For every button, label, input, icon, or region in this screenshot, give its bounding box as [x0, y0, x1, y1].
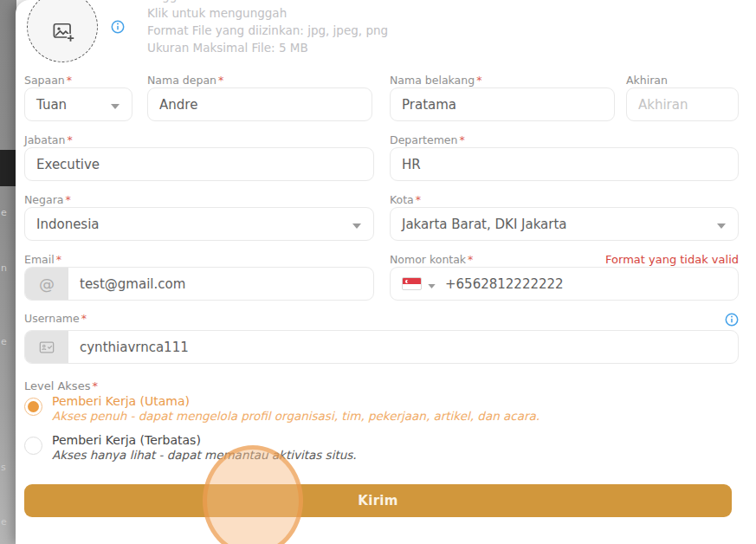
chevron-down-icon [111, 96, 120, 113]
akhiran-label: Akhiran [626, 74, 668, 87]
nama-depan-fieldbox [147, 87, 372, 121]
nama-depan-label: Nama depan* [147, 74, 223, 87]
image-plus-icon [51, 20, 74, 47]
akhiran-fieldbox [626, 87, 739, 121]
background-text-fragment: n [1, 262, 7, 274]
jabatan-label: Jabatan* [24, 133, 73, 146]
kota-select[interactable]: Jakarta Barat, DKI Jakarta [390, 207, 739, 241]
phone-error-message: Format yang tidak valid [605, 253, 739, 266]
radio-pemberi-kerja-terbatas[interactable] [24, 437, 42, 455]
background-text-fragment: e [1, 336, 7, 347]
jabatan-fieldbox [24, 147, 374, 181]
background-dark-block [0, 150, 16, 186]
background-text-fragment: e [1, 516, 7, 528]
radio-selected-dot [28, 401, 39, 412]
upload-info-icon[interactable] [111, 20, 125, 34]
email-fieldbox: @ [24, 267, 374, 301]
at-sign-icon: @ [25, 268, 68, 300]
radio-terbatas-description: Akses hanya lihat - dapat memantau aktiv… [52, 448, 357, 462]
username-info-icon[interactable] [725, 313, 739, 327]
akhiran-input[interactable] [627, 97, 738, 113]
radio-utama-description: Akses penuh - dapat mengelola profil org… [52, 409, 540, 423]
username-label: Username* [24, 312, 87, 325]
id-badge-icon [25, 331, 68, 363]
upload-hint-size: Ukuran Maksimal File: 5 MB [147, 41, 308, 55]
negara-label: Negara* [24, 193, 71, 206]
background-text-fragment: e [1, 207, 7, 218]
nama-belakang-label: Nama belakang* [390, 74, 481, 87]
radio-terbatas-title[interactable]: Pemberi Kerja (Terbatas) [52, 433, 201, 447]
screen: e n e s e unggah Klik untuk mengunggah F… [0, 0, 756, 544]
background-text-fragment: s [1, 462, 6, 473]
phone-input[interactable]: +6562812222222 [436, 276, 738, 292]
username-fieldbox [24, 330, 739, 364]
singapore-flag-icon [402, 277, 422, 290]
username-input[interactable] [68, 340, 738, 355]
kirim-submit-button[interactable]: Kirim [24, 484, 732, 517]
chevron-down-icon [352, 216, 361, 232]
negara-value: Indonesia [25, 217, 352, 232]
kota-label: Kota* [390, 193, 421, 206]
kota-value: Jakarta Barat, DKI Jakarta [391, 217, 717, 232]
nomor-kontak-fieldbox: +6562812222222 [390, 267, 739, 301]
radio-utama-title[interactable]: Pemberi Kerja (Utama) [52, 394, 190, 408]
upload-hint-click: Klik untuk mengunggah [147, 6, 287, 20]
chevron-down-icon [717, 216, 726, 232]
sapaan-value: Tuan [25, 97, 111, 113]
departemen-input[interactable] [391, 157, 738, 172]
nama-depan-input[interactable] [148, 97, 372, 113]
email-label: Email* [24, 253, 61, 266]
jabatan-input[interactable] [25, 157, 373, 172]
nomor-kontak-label: Nomor kontak* [390, 253, 473, 266]
nama-belakang-fieldbox [390, 87, 615, 121]
sapaan-label: Sapaan* [24, 74, 72, 87]
departemen-fieldbox [390, 147, 739, 181]
departemen-label: Departemen* [390, 133, 465, 146]
negara-select[interactable]: Indonesia [24, 207, 374, 241]
sapaan-select[interactable]: Tuan [24, 87, 132, 121]
level-akses-label: Level Akses* [24, 379, 98, 392]
upload-hint-format: Format File yang diizinkan: jpg, jpeg, p… [147, 23, 388, 37]
nama-belakang-input[interactable] [391, 97, 614, 113]
email-input[interactable] [68, 276, 373, 292]
clipped-upload-title: unggah [147, 0, 191, 3]
country-code-selector[interactable] [428, 275, 436, 292]
radio-pemberi-kerja-utama[interactable] [24, 398, 42, 416]
